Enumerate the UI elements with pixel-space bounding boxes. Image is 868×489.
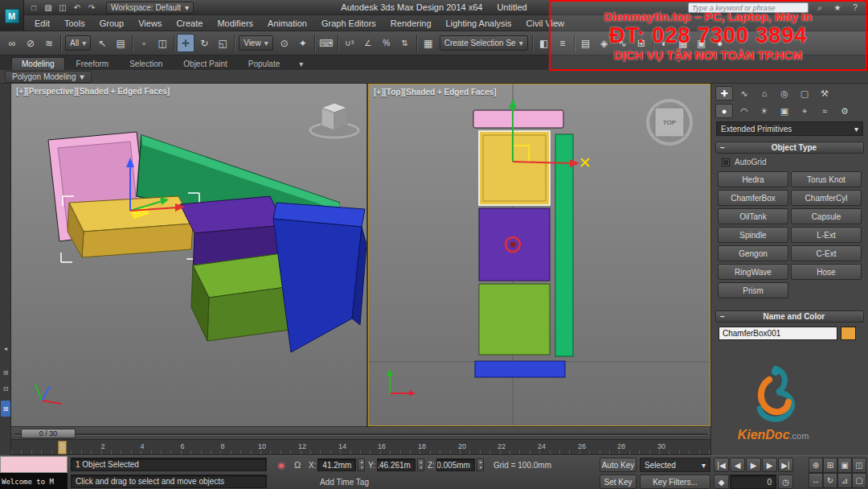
spin-down-icon[interactable]: ▾ [479,465,481,471]
select-and-move-icon[interactable]: ✛ [177,34,194,52]
named-selection-sets-dropdown[interactable]: Create Selection Se ▾ [440,35,528,51]
next-frame-button[interactable]: ▶ [762,458,777,472]
top-view-front-seat[interactable] [479,284,550,355]
motion-tab-icon[interactable]: ◎ [776,86,793,101]
hose-button[interactable]: Hose [791,264,862,280]
field-of-view-icon[interactable]: ⊿ [837,473,852,488]
maxscript-mini-listener[interactable]: Welcome to M [0,473,68,489]
maxscript-macro-recorder[interactable] [0,456,68,473]
top-viewport[interactable]: [+][Top][Shaded + Edged Faces] [368,84,710,426]
spin-up-icon[interactable]: ▴ [420,459,422,465]
select-and-rotate-icon[interactable]: ↻ [195,34,213,52]
maximize-viewport-icon[interactable]: ▢ [852,473,866,488]
pan-icon[interactable]: ↔ [809,473,823,488]
time-slider-track[interactable] [14,434,707,435]
zoom-extents-all-icon[interactable]: ◫ [852,458,866,473]
spacewarps-category-icon[interactable]: ≈ [816,104,833,118]
torus-knot-button[interactable]: Torus Knot [791,171,862,187]
top-view-side-bar[interactable] [555,134,573,356]
top-view-back-panel[interactable] [473,110,563,128]
reference-coordinate-dropdown[interactable]: View ▾ [239,35,273,51]
object-type-rollout-header[interactable]: − Object Type [715,142,864,154]
zoom-extents-icon[interactable]: ▣ [837,458,852,473]
new-file-icon[interactable]: □ [27,2,40,14]
ringwave-button[interactable]: RingWave [718,264,788,280]
systems-category-icon[interactable]: ⚙ [836,104,854,118]
ribbon-tab-modeling[interactable]: Modeling [11,57,65,70]
open-file-icon[interactable]: ▨ [42,2,55,14]
y-spinner[interactable]: ▴▾ [417,458,424,471]
x-spinner[interactable]: ▴▾ [358,458,365,471]
ribbon-tab-selection[interactable]: Selection [120,58,172,70]
percent-snap-icon[interactable]: % [378,34,395,52]
layout-preset-active-icon[interactable]: ⊞ [1,401,10,417]
create-tab-icon[interactable]: ✚ [715,86,733,101]
oiltank-button[interactable]: OilTank [718,208,788,224]
key-mode-dropdown[interactable]: Selected ▾ [640,458,710,472]
spin-up-icon[interactable]: ▴ [361,459,363,465]
geometry-category-icon[interactable]: ● [715,104,733,118]
keyboard-shortcut-override-icon[interactable]: ⌨ [317,34,335,52]
play-button[interactable]: ▶ [746,458,761,472]
autogrid-checkbox[interactable] [722,158,730,166]
hierarchy-tab-icon[interactable]: ⌂ [755,86,773,101]
select-and-link-icon[interactable]: ∞ [3,34,21,52]
orbit-icon[interactable]: ↻ [823,473,837,488]
select-by-name-icon[interactable]: ▤ [112,34,129,52]
spindle-button[interactable]: Spindle [718,227,788,243]
menu-rendering[interactable]: Rendering [383,15,439,31]
top-viewport-label[interactable]: [+][Top][Shaded + Edged Faces] [374,88,497,97]
gengon-button[interactable]: Gengon [718,245,788,261]
z-value-field[interactable]: 0.005mm [436,458,475,471]
menu-views[interactable]: Views [131,15,169,31]
isolate-selection-icon[interactable]: ◉ [275,458,288,471]
utilities-tab-icon[interactable]: ⚒ [816,86,833,101]
perspective-viewport[interactable]: [+][Perspective][Shaded + Edged Faces] [11,84,366,426]
perspective-viewport-label[interactable]: [+][Perspective][Shaded + Edged Faces] [16,87,170,96]
select-object-icon[interactable]: ↖ [93,34,111,52]
perspective-viewport-canvas[interactable] [11,84,366,426]
modify-tab-icon[interactable]: ∿ [735,86,753,101]
menu-graph-editors[interactable]: Graph Editors [314,15,383,31]
select-and-scale-icon[interactable]: ◱ [214,34,231,52]
hedra-button[interactable]: Hedra [718,171,788,187]
edit-named-selection-sets-icon[interactable]: ▦ [420,34,437,52]
previous-frame-button[interactable]: ◀ [730,458,745,472]
window-crossing-icon[interactable]: ◫ [154,34,171,52]
name-color-rollout-header[interactable]: − Name and Color [715,310,864,323]
c-ext-button[interactable]: C-Ext [791,245,862,261]
y-value-field[interactable]: -146.261m [377,458,416,471]
zoom-all-icon[interactable]: ⊞ [823,458,837,473]
go-to-end-button[interactable]: ▶| [778,458,793,472]
auto-key-button[interactable]: Auto Key [600,458,637,472]
top-viewport-canvas[interactable]: TOP [369,84,710,425]
menu-lighting-analysis[interactable]: Lighting Analysis [439,15,519,31]
spin-down-icon[interactable]: ▾ [420,465,422,471]
ribbon-minimize-icon[interactable]: ▾ [296,58,306,70]
ribbon-tab-object-paint[interactable]: Object Paint [174,58,236,70]
selection-filter-dropdown[interactable]: All ▾ [65,35,91,51]
top-view-selected-seat[interactable] [479,131,550,205]
menu-tools[interactable]: Tools [57,15,92,31]
chamferbox-button[interactable]: ChamferBox [718,190,788,206]
layout-strip-arrow-icon[interactable]: ◂ [1,343,10,354]
capsule-button[interactable]: Capsule [791,208,862,224]
spinner-snap-icon[interactable]: ⇅ [396,34,414,52]
primitive-category-dropdown[interactable]: Extended Primitives ▾ [716,121,863,136]
display-tab-icon[interactable]: ▢ [796,86,813,101]
spin-up-icon[interactable]: ▴ [479,459,481,465]
prism-button[interactable]: Prism [718,282,788,298]
current-frame-field[interactable]: 0 [730,475,776,489]
key-filters-button[interactable]: Key Filters... [640,475,710,489]
chamfercyl-button[interactable]: ChamferCyl [791,190,862,206]
unlink-selection-icon[interactable]: ⊘ [22,34,39,52]
application-button[interactable]: M [0,0,24,31]
selection-lock-icon[interactable]: Ω [291,458,304,471]
zoom-icon[interactable]: ⊕ [809,458,823,473]
menu-create[interactable]: Create [169,15,210,31]
select-and-manipulate-icon[interactable]: ✦ [294,34,312,52]
menu-group[interactable]: Group [92,15,132,31]
angle-snap-icon[interactable]: ∠ [359,34,377,52]
helpers-category-icon[interactable]: ⌖ [796,104,813,118]
use-pivot-center-icon[interactable]: ⊙ [276,34,293,52]
